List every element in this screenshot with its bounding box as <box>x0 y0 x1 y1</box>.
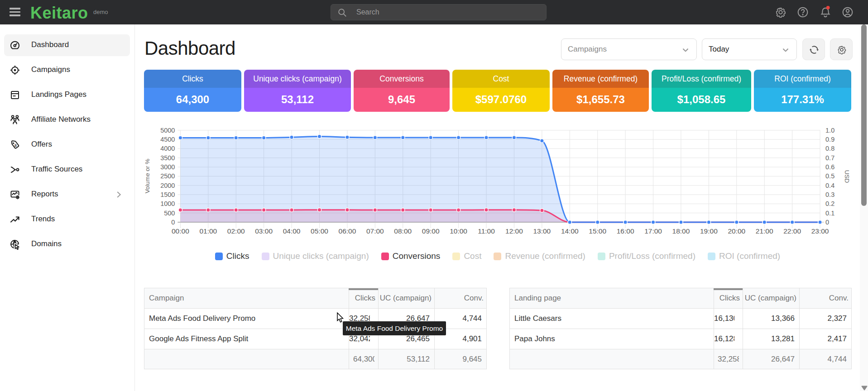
svg-text:08:00: 08:00 <box>394 227 412 235</box>
svg-text:06:00: 06:00 <box>339 227 356 235</box>
svg-text:09:00: 09:00 <box>422 227 440 235</box>
svg-text:21:00: 21:00 <box>756 227 773 235</box>
svg-text:01:00: 01:00 <box>199 227 217 235</box>
svg-text:0.5: 0.5 <box>825 172 834 180</box>
svg-text:Volume or %: Volume or % <box>144 159 151 194</box>
svg-text:12:00: 12:00 <box>505 227 523 235</box>
svg-text:16:00: 16:00 <box>617 227 634 235</box>
svg-text:1500: 1500 <box>160 191 175 198</box>
svg-text:500: 500 <box>164 210 175 217</box>
svg-text:13:00: 13:00 <box>533 227 551 235</box>
svg-text:0.4: 0.4 <box>825 182 834 189</box>
svg-text:05:00: 05:00 <box>311 227 328 235</box>
svg-text:0: 0 <box>825 219 829 226</box>
svg-text:0.9: 0.9 <box>825 136 834 143</box>
svg-text:04:00: 04:00 <box>283 227 301 235</box>
svg-text:0.2: 0.2 <box>825 200 834 207</box>
svg-text:5000: 5000 <box>160 127 175 134</box>
svg-text:11:00: 11:00 <box>478 227 495 235</box>
svg-text:USD: USD <box>844 170 850 183</box>
svg-text:1.0: 1.0 <box>825 127 834 134</box>
svg-text:17:00: 17:00 <box>644 227 662 235</box>
svg-text:4500: 4500 <box>160 136 175 143</box>
svg-text:15:00: 15:00 <box>589 227 606 235</box>
svg-text:0: 0 <box>171 219 175 226</box>
svg-text:1000: 1000 <box>160 200 175 207</box>
svg-text:0.7: 0.7 <box>825 154 834 162</box>
svg-text:2000: 2000 <box>160 182 175 189</box>
svg-text:0.3: 0.3 <box>825 191 834 198</box>
svg-text:07:00: 07:00 <box>366 227 384 235</box>
svg-text:3500: 3500 <box>160 154 175 162</box>
svg-text:0.1: 0.1 <box>825 210 834 217</box>
svg-text:22:00: 22:00 <box>783 227 801 235</box>
svg-text:02:00: 02:00 <box>227 227 245 235</box>
svg-text:0.6: 0.6 <box>825 163 834 171</box>
svg-text:14:00: 14:00 <box>561 227 579 235</box>
svg-text:23:00: 23:00 <box>811 227 829 235</box>
svg-text:20:00: 20:00 <box>728 227 745 235</box>
svg-text:2500: 2500 <box>160 172 175 180</box>
svg-text:18:00: 18:00 <box>672 227 690 235</box>
svg-text:4000: 4000 <box>160 145 175 152</box>
svg-text:0.8: 0.8 <box>825 145 834 152</box>
svg-text:03:00: 03:00 <box>255 227 273 235</box>
svg-text:00:00: 00:00 <box>172 227 189 235</box>
svg-text:10:00: 10:00 <box>450 227 467 235</box>
svg-text:19:00: 19:00 <box>700 227 718 235</box>
svg-text:3000: 3000 <box>160 163 175 171</box>
